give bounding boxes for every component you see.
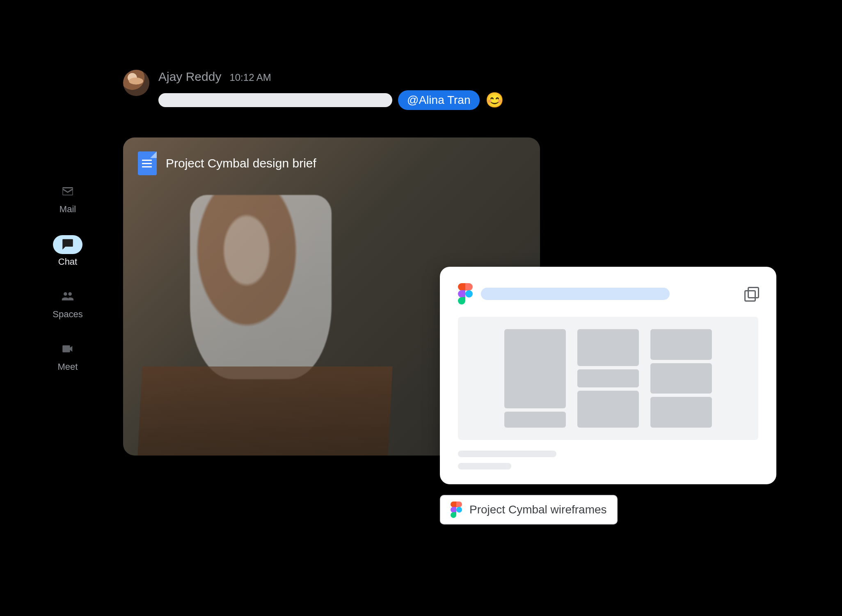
nav-spaces-label: Spaces <box>53 309 82 320</box>
sender-avatar[interactable] <box>123 70 149 96</box>
figma-icon <box>451 502 462 518</box>
doc-title: Project Cymbal design brief <box>166 156 316 170</box>
message-text-placeholder <box>158 93 392 107</box>
chat-message: Ajay Reddy 10:12 AM Alina Tran 😊 <box>123 70 504 110</box>
figma-chip-label: Project Cymbal wireframes <box>469 503 607 516</box>
sender-name: Ajay Reddy <box>158 70 221 84</box>
figma-title-placeholder <box>481 288 670 300</box>
nav-meet-label: Meet <box>58 362 78 372</box>
chat-icon <box>61 237 75 252</box>
wireframe-frame <box>650 329 712 428</box>
message-time: 10:12 AM <box>229 72 271 83</box>
figma-meta-placeholder <box>458 463 511 469</box>
wireframe-frame <box>577 329 639 428</box>
figma-icon <box>458 283 473 305</box>
figma-attachment-chip[interactable]: Project Cymbal wireframes <box>440 495 618 524</box>
google-docs-icon <box>138 151 157 175</box>
nav-chat-label: Chat <box>58 256 77 267</box>
wireframe-frame <box>504 329 566 428</box>
emoji-reaction: 😊 <box>485 92 504 109</box>
copy-icon[interactable] <box>744 287 758 301</box>
meet-icon <box>61 342 75 357</box>
nav-spaces[interactable]: Spaces <box>53 288 82 320</box>
nav-chat[interactable]: Chat <box>53 235 82 267</box>
nav-mail-label: Mail <box>59 204 76 215</box>
nav-meet[interactable]: Meet <box>53 340 82 372</box>
figma-meta-placeholder <box>458 451 556 457</box>
mention-chip[interactable]: Alina Tran <box>398 90 480 110</box>
wireframe-canvas <box>458 317 758 440</box>
spaces-icon <box>61 289 75 305</box>
figma-preview-card[interactable] <box>440 267 776 484</box>
nav-mail[interactable]: Mail <box>53 183 82 215</box>
mail-icon <box>61 184 75 200</box>
app-sidebar: Mail Chat Spaces Meet <box>41 183 94 372</box>
